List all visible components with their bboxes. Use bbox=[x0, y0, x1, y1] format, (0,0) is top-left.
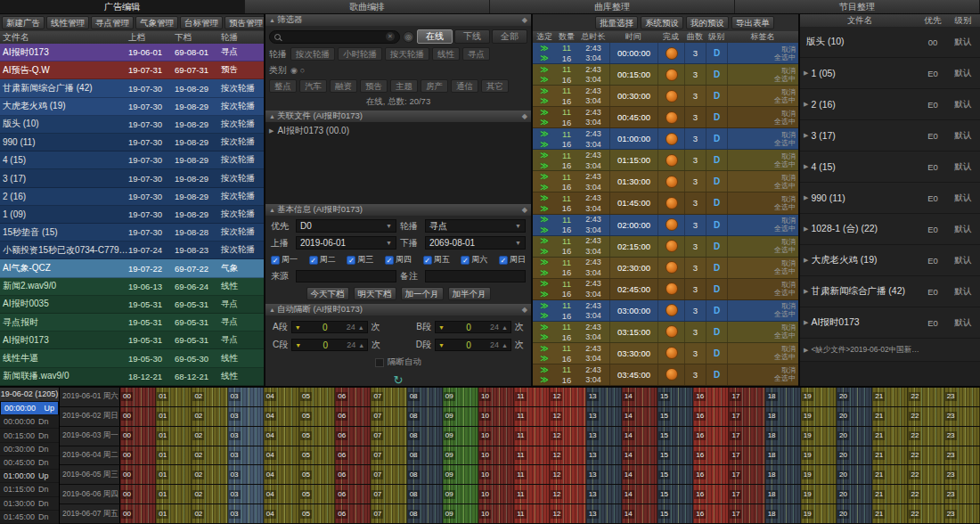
hour-cell[interactable]: 15 bbox=[657, 388, 693, 406]
play-forward-icon[interactable]: ≫ bbox=[533, 193, 556, 202]
play-forward-icon[interactable]: ≫ bbox=[533, 354, 556, 363]
autobreak-section-header[interactable]: ▲自动隔断 (AI报时0173) ◆ bbox=[265, 304, 531, 315]
hour-cell[interactable]: 06 bbox=[335, 485, 371, 504]
play-forward-icon[interactable]: ≫ bbox=[533, 140, 556, 149]
column-header[interactable]: 级别 bbox=[946, 14, 980, 27]
hour-cell[interactable]: 02 bbox=[192, 388, 227, 406]
progress-clock-icon[interactable] bbox=[666, 368, 678, 381]
related-file-item[interactable]: ▶AI报时0173 (00.0) bbox=[269, 125, 527, 137]
hour-cell[interactable]: 16 bbox=[693, 485, 729, 504]
table-row[interactable]: 990 (11)19-07-3019-08-29按次轮播 bbox=[0, 134, 264, 151]
hour-cell[interactable]: 21 bbox=[872, 465, 908, 484]
hour-cell[interactable]: 16 bbox=[693, 388, 729, 406]
hour-cell[interactable]: 22 bbox=[908, 504, 943, 523]
slot-tag-label[interactable]: 全选中 bbox=[774, 160, 796, 168]
hour-cell[interactable]: 06 bbox=[335, 407, 371, 426]
table-row[interactable]: 小额投资15秒已改0734-C779. (15)19-07-2419-08-23… bbox=[0, 242, 264, 259]
schedule-action-button[interactable]: 今天下档 bbox=[306, 287, 349, 300]
hour-cell[interactable]: 17 bbox=[729, 504, 764, 523]
hour-cell[interactable]: 08 bbox=[407, 465, 443, 484]
hour-cell[interactable]: 19 bbox=[801, 407, 837, 426]
hour-cell[interactable]: 01 bbox=[156, 485, 192, 504]
column-header[interactable]: 总时长 bbox=[577, 31, 609, 43]
tree-item[interactable]: 版头 (10)00默认 bbox=[800, 27, 980, 58]
hour-cell[interactable]: 20 bbox=[837, 446, 872, 465]
schedule-slot[interactable]: ≫112:43≫163:0401:45:003D取消全选中 bbox=[533, 192, 798, 214]
schedule-slot[interactable]: ≫112:43≫163:0400:00:003D取消全选中 bbox=[533, 43, 798, 64]
hour-cell[interactable]: 03 bbox=[228, 388, 264, 406]
progress-clock-icon[interactable] bbox=[666, 47, 678, 60]
hour-cell[interactable]: 11 bbox=[514, 504, 550, 523]
hour-cell[interactable]: 04 bbox=[264, 446, 299, 465]
weekday-checkbox[interactable]: ✓周四 bbox=[385, 254, 412, 266]
slot-tag-label[interactable]: 全选中 bbox=[774, 246, 796, 254]
hour-cell[interactable]: 21 bbox=[872, 427, 908, 446]
play-forward-icon[interactable]: ≫ bbox=[533, 323, 556, 332]
hour-cell[interactable]: 15 bbox=[657, 485, 693, 504]
schedule-slot[interactable]: ≫112:43≫163:0400:15:003D取消全选中 bbox=[533, 64, 798, 86]
slot-tag-label[interactable]: 取消 bbox=[781, 131, 796, 139]
hour-cell[interactable]: 08 bbox=[407, 427, 443, 446]
category-option-button[interactable]: 通信 bbox=[451, 79, 478, 93]
table-row[interactable]: AI报时003519-05-3169-05-31寻点 bbox=[0, 296, 264, 314]
weekday-checkbox[interactable]: ✓周三 bbox=[347, 254, 373, 266]
slot-tag-label[interactable]: 取消 bbox=[781, 217, 796, 225]
hour-cell[interactable]: 12 bbox=[550, 427, 585, 446]
scope-button[interactable]: 下线 bbox=[454, 29, 490, 44]
tree-item[interactable]: ▶4 (15)E0默认 bbox=[800, 151, 980, 183]
schedule-action-button[interactable]: 加半个月 bbox=[448, 287, 491, 300]
hour-cell[interactable]: 07 bbox=[371, 465, 406, 484]
hour-cell[interactable]: 13 bbox=[586, 427, 622, 446]
segment-stepper[interactable]: ▼024▲ bbox=[291, 321, 368, 333]
hour-cell[interactable]: 17 bbox=[729, 485, 764, 504]
hour-cell[interactable]: 07 bbox=[371, 388, 406, 406]
schedule-toolbar-button[interactable]: 批量选择 bbox=[595, 16, 638, 29]
hour-cell[interactable]: 07 bbox=[371, 427, 406, 446]
timeline-time-row[interactable]: 00:00:00Up bbox=[0, 401, 59, 415]
hour-cell[interactable]: 23 bbox=[944, 407, 980, 426]
hour-cell[interactable]: 16 bbox=[693, 427, 729, 446]
hour-cell[interactable]: 13 bbox=[586, 504, 622, 523]
hour-cell[interactable]: 12 bbox=[550, 465, 585, 484]
hour-cell[interactable]: 13 bbox=[586, 407, 622, 426]
hour-cell[interactable]: 04 bbox=[264, 465, 299, 484]
hour-cell[interactable]: 01 bbox=[156, 427, 192, 446]
tree-item[interactable]: ▶甘肃新闻综合广播 (42)E0默认 bbox=[800, 276, 980, 307]
play-forward-icon[interactable]: ≫ bbox=[533, 75, 556, 84]
slot-tag-label[interactable]: 取消 bbox=[781, 323, 796, 332]
hour-cell[interactable]: 00 bbox=[120, 388, 156, 406]
loop-option-button[interactable]: 小时轮播 bbox=[338, 47, 382, 61]
hour-cell[interactable]: 09 bbox=[443, 407, 478, 426]
hour-cell[interactable]: 10 bbox=[478, 407, 514, 426]
timeline-time-row[interactable]: 00:30:00Dn bbox=[0, 443, 59, 456]
note-input[interactable] bbox=[425, 270, 526, 282]
slot-tag-label[interactable]: 全选中 bbox=[774, 53, 796, 61]
table-row[interactable]: AI报时017319-05-3169-05-31寻点 bbox=[0, 332, 264, 349]
schedule-action-button[interactable]: 明天下档 bbox=[354, 287, 396, 300]
hour-cell[interactable]: 14 bbox=[622, 446, 657, 465]
tree-item[interactable]: ▶990 (11)E0默认 bbox=[800, 183, 980, 214]
autobreak-checkbox[interactable] bbox=[375, 358, 384, 367]
progress-clock-icon[interactable] bbox=[666, 304, 678, 316]
play-forward-icon[interactable]: ≫ bbox=[533, 268, 556, 277]
hour-cell[interactable]: 23 bbox=[944, 504, 980, 523]
tree-item[interactable]: ▶1 (05)E0默认 bbox=[800, 58, 980, 89]
hour-cell[interactable]: 04 bbox=[264, 504, 299, 523]
hour-cell[interactable]: 02 bbox=[192, 427, 227, 446]
main-tab[interactable]: 曲库整理 bbox=[490, 0, 735, 13]
progress-clock-icon[interactable] bbox=[666, 69, 678, 81]
hour-cell[interactable]: 21 bbox=[872, 504, 908, 523]
hour-cell[interactable]: 05 bbox=[299, 465, 335, 484]
hour-cell[interactable]: 06 bbox=[335, 427, 371, 446]
hour-cell[interactable]: 16 bbox=[693, 446, 729, 465]
hour-cell[interactable]: 03 bbox=[228, 465, 264, 484]
toolbar-button[interactable]: 台标管理 bbox=[180, 16, 223, 29]
hour-cell[interactable]: 01 bbox=[156, 465, 192, 484]
hour-cell[interactable]: 11 bbox=[514, 427, 550, 446]
table-row[interactable]: AI气象-QCZ19-07-2269-07-22气象 bbox=[0, 259, 264, 277]
schedule-toolbar-button[interactable]: 导出表单 bbox=[731, 16, 774, 29]
progress-clock-icon[interactable] bbox=[666, 111, 678, 124]
hour-cell[interactable]: 15 bbox=[657, 407, 693, 426]
schedule-slot[interactable]: ≫112:43≫163:0401:30:003D取消全选中 bbox=[533, 171, 798, 192]
column-header[interactable]: 时间 bbox=[609, 31, 657, 43]
